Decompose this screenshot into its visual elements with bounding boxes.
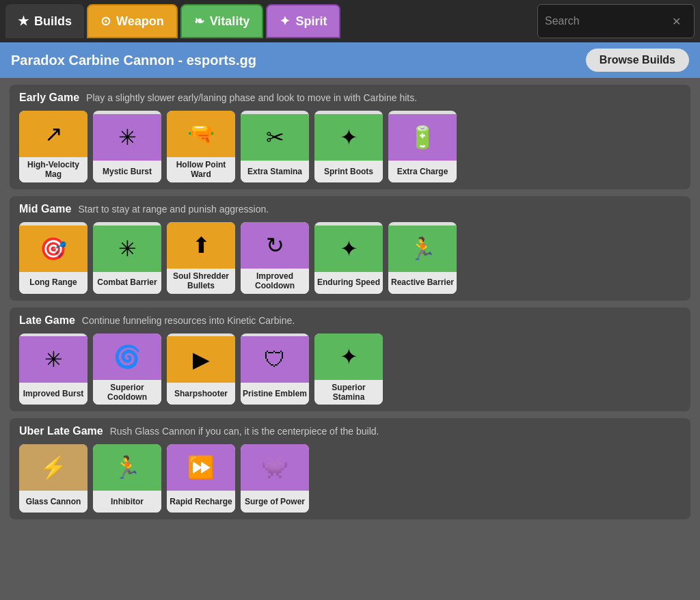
main-content: Early GamePlay a slightly slower early/l… <box>0 78 700 526</box>
item-icon-mid-game-4: ✦ <box>314 226 383 272</box>
tab-builds-label: Builds <box>34 14 72 29</box>
search-input[interactable] <box>545 15 668 27</box>
item-label-uber-late-game-3: Surge of Power <box>241 491 309 513</box>
item-label-mid-game-0: Long Range <box>19 272 88 294</box>
item-icon-mid-game-3: ↻ <box>241 222 309 269</box>
item-card-uber-late-game-3[interactable]: 👾Surge of Power <box>241 444 309 513</box>
section-header-late-game: Late GameContinue funneling resources in… <box>19 314 681 327</box>
tab-weapon-label: Weapon <box>116 14 164 29</box>
section-mid-game: Mid GameStart to stay at range and punis… <box>10 196 690 301</box>
header-bar: Paradox Carbine Cannon - esports.gg Brow… <box>0 42 700 78</box>
item-label-mid-game-3: Improved Cooldown <box>241 269 309 294</box>
item-icon-late-game-2: ▶ <box>167 336 235 383</box>
vitality-icon: ❧ <box>194 14 204 29</box>
tab-weapon[interactable]: ⊙ Weapon <box>87 4 178 38</box>
item-label-uber-late-game-1: Inhibitor <box>93 491 161 513</box>
item-card-late-game-1[interactable]: 🌀Superior Cooldown <box>93 333 161 405</box>
item-icon-uber-late-game-1: 🏃 <box>93 444 161 491</box>
item-icon-early-game-1: ✳ <box>93 114 161 161</box>
item-icon-mid-game-5: 🏃 <box>388 226 457 272</box>
section-header-mid-game: Mid GameStart to stay at range and punis… <box>19 203 681 215</box>
weapon-icon: ⊙ <box>100 14 111 29</box>
item-icon-mid-game-1: ✳ <box>93 226 161 272</box>
item-label-mid-game-5: Reactive Barrier <box>388 272 457 294</box>
item-card-mid-game-4[interactable]: ✦Enduring Speed <box>314 222 383 294</box>
section-title-uber-late-game: Uber Late Game <box>19 425 103 437</box>
item-card-uber-late-game-2[interactable]: ⏩Rapid Recharge <box>167 444 235 513</box>
section-header-early-game: Early GamePlay a slightly slower early/l… <box>19 92 681 104</box>
section-uber-late-game: Uber Late GameRush Glass Cannon if you c… <box>10 418 690 519</box>
item-card-mid-game-0[interactable]: 🎯Long Range <box>19 222 88 294</box>
item-card-mid-game-3[interactable]: ↻Improved Cooldown <box>241 222 309 294</box>
section-desc-mid-game: Start to stay at range and punish aggres… <box>78 204 269 215</box>
item-icon-early-game-5: 🔋 <box>388 114 457 161</box>
section-title-mid-game: Mid Game <box>19 203 71 215</box>
item-icon-uber-late-game-3: 👾 <box>241 444 309 491</box>
item-label-late-game-3: Pristine Emblem <box>241 383 309 405</box>
item-card-early-game-1[interactable]: ✳Mystic Burst <box>93 111 161 182</box>
item-icon-mid-game-0: 🎯 <box>19 226 88 272</box>
item-card-early-game-0[interactable]: ↗High-Velocity Mag <box>19 111 88 182</box>
item-icon-late-game-3: 🛡 <box>241 336 309 383</box>
item-card-uber-late-game-1[interactable]: 🏃Inhibitor <box>93 444 161 513</box>
item-label-early-game-5: Extra Charge <box>388 161 457 182</box>
item-card-uber-late-game-0[interactable]: ⚡Glass Cannon <box>19 444 88 513</box>
item-card-early-game-3[interactable]: ✂Extra Stamina <box>241 111 309 182</box>
item-card-late-game-2[interactable]: ▶Sharpshooter <box>167 333 235 405</box>
tab-vitality[interactable]: ❧ Vitality <box>180 4 264 38</box>
item-label-early-game-2: Hollow Point Ward <box>167 157 235 182</box>
top-navigation: ★ Builds ⊙ Weapon ❧ Vitality ✦ Spirit ✕ <box>0 0 700 42</box>
page-title: Paradox Carbine Cannon - esports.gg <box>11 53 256 68</box>
search-close-icon[interactable]: ✕ <box>672 15 681 28</box>
items-row-mid-game: 🎯Long Range✳Combat Barrier⬆Soul Shredder… <box>19 222 681 294</box>
item-card-mid-game-1[interactable]: ✳Combat Barrier <box>93 222 161 294</box>
item-card-late-game-4[interactable]: ✦Superior Stamina <box>314 333 383 405</box>
item-icon-mid-game-2: ⬆ <box>167 222 235 269</box>
item-label-early-game-3: Extra Stamina <box>241 161 309 182</box>
item-card-late-game-3[interactable]: 🛡Pristine Emblem <box>241 333 309 405</box>
search-box: ✕ <box>537 4 695 38</box>
section-header-uber-late-game: Uber Late GameRush Glass Cannon if you c… <box>19 425 681 437</box>
tab-spirit-label: Spirit <box>295 14 327 29</box>
item-label-late-game-4: Superior Stamina <box>314 380 383 405</box>
item-card-mid-game-2[interactable]: ⬆Soul Shredder Bullets <box>167 222 235 294</box>
section-desc-early-game: Play a slightly slower early/laning phas… <box>86 92 417 103</box>
items-row-late-game: ✳Improved Burst🌀Superior Cooldown▶Sharps… <box>19 333 681 405</box>
item-icon-early-game-4: ✦ <box>314 114 383 161</box>
items-row-early-game: ↗High-Velocity Mag✳Mystic Burst🔫Hollow P… <box>19 111 681 182</box>
browse-builds-button[interactable]: Browse Builds <box>586 49 689 72</box>
items-row-uber-late-game: ⚡Glass Cannon🏃Inhibitor⏩Rapid Recharge👾S… <box>19 444 681 513</box>
section-early-game: Early GamePlay a slightly slower early/l… <box>10 85 690 189</box>
item-icon-early-game-3: ✂ <box>241 114 309 161</box>
item-card-late-game-0[interactable]: ✳Improved Burst <box>19 333 88 405</box>
item-icon-late-game-0: ✳ <box>19 336 88 383</box>
section-desc-uber-late-game: Rush Glass Cannon if you can, it is the … <box>110 426 379 437</box>
star-icon: ★ <box>18 14 29 29</box>
tab-spirit[interactable]: ✦ Spirit <box>266 4 340 38</box>
item-card-early-game-5[interactable]: 🔋Extra Charge <box>388 111 457 182</box>
section-late-game: Late GameContinue funneling resources in… <box>10 308 690 412</box>
item-card-early-game-2[interactable]: 🔫Hollow Point Ward <box>167 111 235 182</box>
item-label-early-game-4: Sprint Boots <box>314 161 383 182</box>
item-card-mid-game-5[interactable]: 🏃Reactive Barrier <box>388 222 457 294</box>
item-icon-uber-late-game-0: ⚡ <box>19 444 88 491</box>
spirit-icon: ✦ <box>280 14 290 29</box>
item-label-early-game-0: High-Velocity Mag <box>19 157 88 182</box>
item-card-early-game-4[interactable]: ✦Sprint Boots <box>314 111 383 182</box>
item-label-mid-game-2: Soul Shredder Bullets <box>167 269 235 294</box>
item-label-uber-late-game-0: Glass Cannon <box>19 491 88 513</box>
item-icon-early-game-2: 🔫 <box>167 111 235 157</box>
item-label-mid-game-1: Combat Barrier <box>93 272 161 294</box>
item-label-late-game-1: Superior Cooldown <box>93 380 161 405</box>
item-label-mid-game-4: Enduring Speed <box>314 272 383 294</box>
section-desc-late-game: Continue funneling resources into Kineti… <box>82 315 295 326</box>
item-icon-uber-late-game-2: ⏩ <box>167 444 235 491</box>
item-label-early-game-1: Mystic Burst <box>93 161 161 182</box>
item-label-late-game-2: Sharpshooter <box>167 383 235 405</box>
item-label-late-game-0: Improved Burst <box>19 383 88 405</box>
section-title-early-game: Early Game <box>19 92 79 104</box>
tab-builds[interactable]: ★ Builds <box>5 4 84 38</box>
item-icon-early-game-0: ↗ <box>19 111 88 157</box>
item-label-uber-late-game-2: Rapid Recharge <box>167 491 235 513</box>
tab-vitality-label: Vitality <box>210 14 250 29</box>
